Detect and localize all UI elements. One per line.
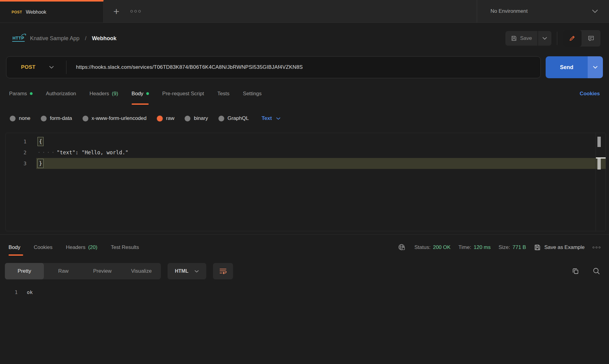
method-label: POST xyxy=(21,64,36,70)
response-size: Size: 771 B xyxy=(498,244,526,250)
breadcrumb: HTTP Knative Sample App / Webhook xyxy=(12,35,505,42)
editor-line-2: 2 ···· "text": "Hello, world." xyxy=(6,147,606,158)
response-text: ok xyxy=(27,289,33,295)
active-tab-underline xyxy=(132,103,149,105)
response-body[interactable]: 1 ok xyxy=(0,282,609,364)
response-format-dropdown[interactable]: HTML xyxy=(168,263,206,279)
radio-icon xyxy=(83,116,88,121)
params-active-dot xyxy=(30,92,33,95)
response-line-1: 1 ok xyxy=(0,287,609,297)
chevron-down-icon xyxy=(49,66,54,69)
response-tab-headers[interactable]: Headers (20) xyxy=(66,235,97,260)
tab-body[interactable]: Body xyxy=(132,81,149,107)
response-tools xyxy=(572,267,600,275)
tab-authorization[interactable]: Authorization xyxy=(46,81,76,107)
response-view-switcher: Pretty Raw Preview Visualize xyxy=(5,263,161,279)
status-value: 200 OK xyxy=(433,244,451,250)
save-as-example-button[interactable]: Save as Example xyxy=(534,244,585,251)
radio-x-www-form-urlencoded[interactable]: x-www-form-urlencoded xyxy=(83,115,147,121)
edit-comment-toggle xyxy=(563,30,600,47)
save-button-label: Save xyxy=(520,35,532,41)
response-format-label: HTML xyxy=(175,268,188,274)
wrap-lines-button[interactable] xyxy=(213,263,233,279)
chevron-down-icon xyxy=(542,37,547,40)
plus-icon: + xyxy=(113,6,119,16)
http-request-icon: HTTP xyxy=(12,35,25,42)
editor-box[interactable]: 1 { 2 ···· "text": "Hello, world." 3 } xyxy=(5,133,606,231)
breadcrumb-collection[interactable]: Knative Sample App xyxy=(30,35,80,42)
tab-bar: POST Webhook + No Environment xyxy=(0,0,609,23)
response-tab-body[interactable]: Body xyxy=(9,235,20,260)
line-number: 1 xyxy=(6,139,36,145)
ruler-marker xyxy=(597,159,601,170)
response-time: Time: 120 ms xyxy=(459,244,491,250)
tab-pre-request-script[interactable]: Pre-request Script xyxy=(162,81,204,107)
chevron-down-icon xyxy=(592,9,598,13)
response-meta: Status: 200 OK Time: 120 ms Size: 771 B … xyxy=(139,243,600,252)
tab-title: Webhook xyxy=(26,9,46,15)
response-view-toolbar: Pretty Raw Preview Visualize HTML xyxy=(0,260,609,282)
comment-icon xyxy=(588,35,594,42)
save-button[interactable]: Save xyxy=(505,31,537,46)
view-pretty[interactable]: Pretty xyxy=(5,263,44,279)
send-button[interactable]: Send xyxy=(546,56,588,78)
url-bar: POST https://hooks.slack.com/services/T0… xyxy=(6,56,541,78)
response-tab-test-results[interactable]: Test Results xyxy=(111,235,139,260)
environment-selector[interactable]: No Environment xyxy=(477,0,609,23)
response-tabs: Body Cookies Headers (20) Test Results xyxy=(9,235,139,260)
radio-none[interactable]: none xyxy=(10,115,30,121)
view-raw[interactable]: Raw xyxy=(44,263,83,279)
edit-mode-button[interactable] xyxy=(563,30,582,47)
new-tab-button[interactable]: + xyxy=(113,6,119,16)
chevron-down-icon xyxy=(276,117,281,120)
view-preview[interactable]: Preview xyxy=(83,263,122,279)
response-options-button[interactable] xyxy=(593,247,600,248)
radio-form-data[interactable]: form-data xyxy=(41,115,72,121)
body-active-dot xyxy=(146,92,149,95)
response-header: Body Cookies Headers (20) Test Results S… xyxy=(0,234,609,260)
view-visualize[interactable]: Visualize xyxy=(122,263,161,279)
tab-headers[interactable]: Headers (9) xyxy=(90,81,118,107)
tab-params[interactable]: Params xyxy=(9,81,33,107)
tab-tests[interactable]: Tests xyxy=(218,81,230,107)
radio-raw[interactable]: raw xyxy=(157,115,174,121)
radio-icon xyxy=(218,116,224,121)
line-number: 3 xyxy=(6,161,36,166)
breadcrumb-separator: / xyxy=(85,35,87,42)
response-status: Status: 200 OK xyxy=(414,244,451,250)
size-value: 771 B xyxy=(512,244,526,250)
response-tab-cookies[interactable]: Cookies xyxy=(34,235,52,260)
chevron-down-icon xyxy=(593,66,598,69)
search-response-button[interactable] xyxy=(593,267,600,275)
send-split-button: Send xyxy=(546,56,603,78)
network-globe-lock-icon[interactable] xyxy=(397,243,406,252)
request-tabs: Params Authorization Headers (9) Body Pr… xyxy=(0,81,609,107)
radio-binary[interactable]: binary xyxy=(185,115,208,121)
copy-icon xyxy=(572,268,579,275)
search-icon xyxy=(593,267,600,275)
breadcrumb-request-name[interactable]: Webhook xyxy=(92,35,117,42)
tab-actions: + xyxy=(104,0,477,23)
raw-format-dropdown[interactable]: Text xyxy=(262,115,281,121)
save-options-button[interactable] xyxy=(538,31,551,46)
url-input[interactable]: https://hooks.slack.com/services/T06TD83… xyxy=(76,64,533,70)
toolbar-divider xyxy=(557,32,557,45)
tab-settings[interactable]: Settings xyxy=(243,81,261,107)
pencil-icon xyxy=(569,35,575,42)
editor-line-1: 1 { xyxy=(6,136,606,147)
chevron-down-icon xyxy=(194,270,199,273)
request-tab-webhook[interactable]: POST Webhook xyxy=(0,0,104,23)
url-bar-divider xyxy=(66,61,66,74)
send-options-button[interactable] xyxy=(588,56,603,78)
toolbar-actions: Save xyxy=(505,30,600,47)
copy-button[interactable] xyxy=(572,268,579,275)
comments-button[interactable] xyxy=(582,30,600,47)
method-dropdown[interactable]: POST xyxy=(14,64,54,70)
cookies-link[interactable]: Cookies xyxy=(580,91,600,97)
more-icon xyxy=(593,247,594,248)
tab-options-button[interactable] xyxy=(130,10,141,12)
url-row: POST https://hooks.slack.com/services/T0… xyxy=(0,54,609,81)
whitespace-dots: ···· xyxy=(37,149,56,156)
save-as-example-label: Save as Example xyxy=(544,244,585,250)
radio-graphql[interactable]: GraphQL xyxy=(218,115,249,121)
